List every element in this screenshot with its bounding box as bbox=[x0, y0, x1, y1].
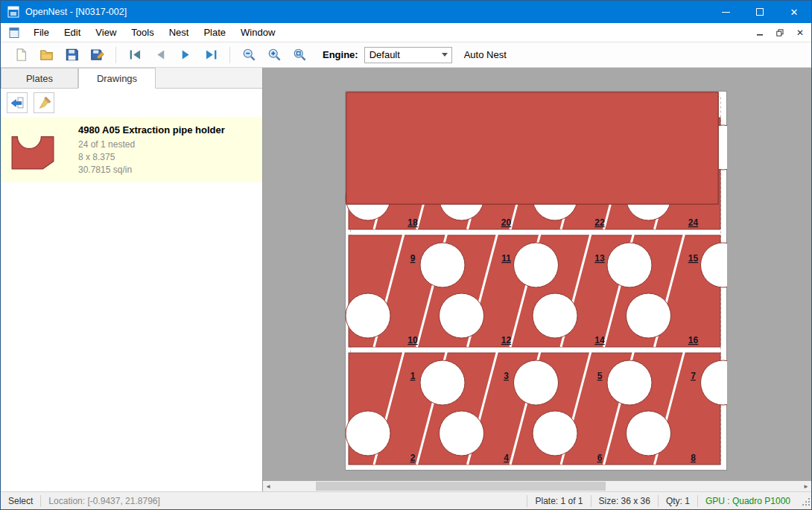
nav-next-icon bbox=[179, 48, 193, 62]
status-bar: Select Location: [-0.9437, 21.8796] Plat… bbox=[1, 491, 811, 509]
sidebar: Plates Drawings bbox=[1, 68, 263, 491]
status-location: Location: [-0.9437, 21.8796] bbox=[41, 496, 167, 506]
window-title: OpenNest - [N0317-002] bbox=[25, 7, 127, 17]
svg-text:24: 24 bbox=[688, 217, 699, 228]
open-folder-button[interactable] bbox=[34, 45, 59, 66]
nav-last-icon bbox=[204, 48, 218, 62]
app-window: OpenNest - [N0317-002] ✕ FileEditViewToo… bbox=[0, 0, 812, 510]
zoom-fit-button[interactable] bbox=[287, 45, 312, 66]
toolbar-separator bbox=[229, 47, 230, 63]
tab-plates[interactable]: Plates bbox=[1, 68, 78, 88]
nav-first-button[interactable] bbox=[122, 45, 148, 66]
svg-text:6: 6 bbox=[597, 453, 603, 463]
mdi-close-button[interactable]: ✕ bbox=[791, 25, 809, 40]
save-button[interactable] bbox=[59, 45, 84, 66]
main-area: Plates Drawings bbox=[1, 68, 811, 491]
menu-item-plate[interactable]: Plate bbox=[196, 24, 233, 41]
svg-text:9: 9 bbox=[410, 253, 416, 264]
menu-item-edit[interactable]: Edit bbox=[57, 24, 88, 41]
horizontal-scrollbar[interactable]: ◄ ► bbox=[263, 481, 811, 491]
engine-select[interactable]: Default bbox=[364, 47, 452, 63]
status-mode: Select bbox=[1, 496, 40, 506]
nav-prev-button[interactable] bbox=[148, 45, 173, 66]
mdi-minimize-icon bbox=[756, 29, 764, 36]
document-icon bbox=[8, 27, 20, 39]
resize-grip[interactable] bbox=[799, 495, 811, 507]
sidebar-tabs: Plates Drawings bbox=[1, 68, 262, 89]
nav-last-button[interactable] bbox=[198, 45, 223, 66]
svg-text:11: 11 bbox=[501, 253, 511, 264]
nesting-canvas[interactable]: 171819202122232491011121314151612345678 … bbox=[263, 68, 811, 491]
drawing-list-item[interactable]: 4980 A05 Extraction pipe holder 24 of 1 … bbox=[1, 117, 262, 182]
zoom-fit-icon bbox=[293, 48, 307, 62]
zoom-in-button[interactable] bbox=[261, 45, 287, 66]
mdi-restore-icon bbox=[776, 29, 784, 36]
menu-bar: FileEditViewToolsNestPlateWindow ✕ bbox=[1, 23, 811, 42]
nav-first-icon bbox=[128, 48, 142, 62]
engine-label: Engine: bbox=[323, 49, 358, 60]
drawing-item-nested: 24 of 1 nested bbox=[78, 138, 225, 151]
close-button[interactable]: ✕ bbox=[777, 1, 811, 23]
minimize-button[interactable] bbox=[708, 1, 743, 23]
menu-item-view[interactable]: View bbox=[88, 24, 124, 41]
menu-item-tools[interactable]: Tools bbox=[124, 24, 161, 41]
menu-item-window[interactable]: Window bbox=[233, 24, 282, 41]
scroll-left-icon[interactable]: ◄ bbox=[263, 481, 273, 491]
menu-item-nest[interactable]: Nest bbox=[162, 24, 197, 41]
replace-part-button[interactable] bbox=[7, 92, 28, 113]
new-file-button[interactable] bbox=[8, 45, 34, 66]
sidebar-toolbar bbox=[1, 89, 262, 117]
drawing-item-area: 30.7815 sq/in bbox=[78, 164, 225, 176]
svg-text:10: 10 bbox=[407, 335, 418, 345]
svg-text:12: 12 bbox=[501, 335, 512, 345]
svg-text:3: 3 bbox=[504, 371, 509, 381]
menu-item-file[interactable]: File bbox=[26, 24, 57, 41]
new-file-icon bbox=[14, 48, 28, 62]
mdi-restore-button[interactable] bbox=[771, 25, 789, 40]
drawing-item-title: 4980 A05 Extraction pipe holder bbox=[78, 124, 225, 136]
nav-prev-icon bbox=[153, 48, 168, 62]
replace-part-icon bbox=[10, 96, 25, 110]
svg-text:2: 2 bbox=[410, 453, 416, 463]
minimize-icon bbox=[722, 12, 730, 13]
chevron-down-icon bbox=[442, 53, 448, 57]
svg-text:1: 1 bbox=[410, 371, 416, 381]
status-qty: Qty: 1 bbox=[659, 496, 697, 506]
scrollbar-thumb[interactable] bbox=[316, 482, 606, 491]
svg-text:20: 20 bbox=[501, 217, 512, 228]
nav-next-button[interactable] bbox=[173, 45, 198, 66]
svg-text:13: 13 bbox=[594, 253, 605, 264]
open-folder-icon bbox=[39, 48, 54, 62]
clean-icon bbox=[37, 96, 51, 110]
svg-text:4: 4 bbox=[504, 453, 509, 463]
save-icon bbox=[65, 48, 79, 62]
title-bar: OpenNest - [N0317-002] ✕ bbox=[1, 1, 811, 23]
clean-button[interactable] bbox=[34, 92, 54, 113]
drawing-item-dimensions: 8 x 8.375 bbox=[78, 151, 225, 164]
maximize-icon bbox=[756, 8, 764, 16]
zoom-out-button[interactable] bbox=[236, 45, 261, 66]
save-edit-button[interactable] bbox=[84, 45, 110, 66]
svg-text:15: 15 bbox=[688, 253, 699, 264]
app-icon bbox=[7, 6, 19, 18]
svg-text:14: 14 bbox=[594, 335, 605, 345]
status-plate: Plate: 1 of 1 bbox=[527, 496, 590, 506]
plate[interactable]: 171819202122232491011121314151612345678 bbox=[345, 91, 727, 471]
part-thumbnail bbox=[10, 123, 78, 176]
auto-nest-button[interactable]: Auto Nest bbox=[464, 49, 507, 60]
toolbar: Engine: Default Auto Nest bbox=[1, 42, 811, 68]
svg-text:18: 18 bbox=[407, 217, 418, 228]
toolbar-separator bbox=[115, 47, 116, 63]
scrollbar-track[interactable] bbox=[273, 481, 801, 491]
svg-text:7: 7 bbox=[691, 371, 696, 381]
zoom-in-icon bbox=[267, 48, 282, 62]
maximize-button[interactable] bbox=[743, 1, 777, 23]
tab-drawings[interactable]: Drawings bbox=[78, 68, 156, 89]
zoom-out-icon bbox=[242, 48, 256, 62]
scroll-right-icon[interactable]: ► bbox=[801, 481, 811, 491]
plate-svg: 171819202122232491011121314151612345678 bbox=[345, 91, 727, 471]
svg-text:8: 8 bbox=[691, 453, 696, 463]
status-size: Size: 36 x 36 bbox=[591, 496, 658, 506]
mdi-minimize-button[interactable] bbox=[751, 25, 769, 40]
svg-text:5: 5 bbox=[597, 371, 603, 381]
